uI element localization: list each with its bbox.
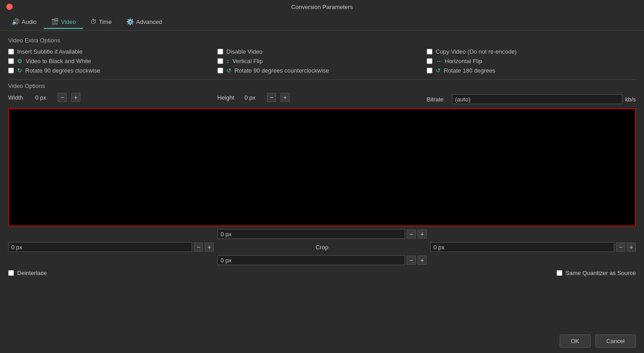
horizontal-flip-icon: ↔ — [436, 58, 442, 64]
crop-right-increase[interactable]: + — [627, 243, 636, 252]
time-icon: ⏱ — [90, 18, 97, 25]
crop-center-col: − + Crop − + — [217, 229, 427, 265]
wh-bitrate-row: Width 0 px − + Height 0 px − + Bitrate k… — [8, 93, 636, 105]
crop-right-decrease[interactable]: − — [616, 243, 625, 252]
ok-button[interactable]: OK — [560, 335, 591, 348]
option-copy-video: Copy Video (Do not re-encode) — [427, 48, 636, 55]
bw-video-label: Video to Black and White — [26, 58, 91, 64]
video-extra-options-label: Video Extra Options — [8, 37, 636, 44]
rotate-cw-checkbox[interactable] — [8, 68, 14, 73]
rotate-180-checkbox[interactable] — [427, 68, 432, 73]
crop-bottom-control: − + — [217, 255, 427, 265]
rotate-180-icon: ↺ — [436, 67, 441, 74]
crop-left-increase[interactable]: + — [205, 243, 214, 252]
crop-top-increase[interactable]: + — [418, 229, 427, 238]
advanced-icon: ⚙️ — [126, 18, 134, 25]
crop-label: Crop — [316, 244, 328, 251]
preview-area — [8, 108, 636, 226]
crop-bottom-decrease[interactable]: − — [407, 256, 416, 265]
width-value: 0 px — [35, 94, 53, 101]
tab-audio-label: Audio — [22, 18, 37, 25]
height-decrease-button[interactable]: − — [267, 93, 276, 102]
tab-bar: 🔊 Audio 🎬 Video ⏱ Time ⚙️ Advanced — [0, 14, 644, 31]
crop-bottom-increase[interactable]: + — [418, 256, 427, 265]
option-rotate-180: ↺ Rotate 180 degrees — [427, 67, 636, 74]
crop-left-control: − + — [8, 229, 217, 265]
bitrate-control: Bitrate kb/s — [427, 94, 636, 104]
footer: OK Cancel — [552, 329, 644, 353]
crop-top-decrease[interactable]: − — [407, 229, 416, 238]
height-label: Height — [217, 94, 240, 101]
vertical-flip-label: Vertical Flip — [233, 58, 263, 64]
option-rotate-cw: ↻ Rotate 90 degrees clockwise — [8, 67, 217, 74]
tab-video[interactable]: 🎬 Video — [44, 15, 83, 29]
crop-label-wrap: Crop — [316, 241, 328, 253]
tab-video-label: Video — [61, 18, 76, 25]
bw-icon: ⚙ — [17, 58, 23, 64]
title-bar: Conversion Parameters — [0, 0, 644, 14]
tab-time-label: Time — [99, 18, 111, 25]
window-title: Conversion Parameters — [291, 4, 353, 10]
width-increase-button[interactable]: + — [71, 93, 80, 102]
crop-right-control: − + — [427, 229, 636, 265]
bw-video-checkbox[interactable] — [8, 58, 14, 64]
option-bw-video: ⚙ Video to Black and White — [8, 58, 217, 64]
video-options-label: Video Options — [8, 83, 636, 89]
height-increase-button[interactable]: + — [281, 93, 290, 102]
disable-video-checkbox[interactable] — [217, 49, 223, 55]
rotate-ccw-checkbox[interactable] — [217, 68, 223, 73]
tab-time[interactable]: ⏱ Time — [83, 15, 119, 29]
same-quantizer-checkbox[interactable] — [557, 270, 562, 276]
option-rotate-ccw: ↺ Rotate 90 degrees counterclockwise — [217, 67, 427, 74]
width-decrease-button[interactable]: − — [58, 93, 67, 102]
bitrate-label: Bitrate — [427, 96, 449, 103]
bottom-options: Deinterlace Same Quantizer as Source — [8, 270, 636, 276]
crop-left-input[interactable] — [8, 242, 192, 252]
same-quantizer-label: Same Quantizer as Source — [566, 270, 636, 276]
close-button[interactable] — [6, 4, 13, 10]
horizontal-flip-checkbox[interactable] — [427, 58, 432, 64]
crop-left-decrease[interactable]: − — [194, 243, 203, 252]
height-value: 0 px — [244, 94, 262, 101]
width-label: Width — [8, 94, 31, 101]
width-control: Width 0 px − + — [8, 93, 217, 102]
options-grid: Insert Subtitle if Available ⚙ Video to … — [8, 48, 636, 74]
options-col-1: Insert Subtitle if Available ⚙ Video to … — [8, 48, 217, 74]
crop-top-input[interactable] — [217, 229, 405, 239]
disable-video-label: Disable Video — [226, 48, 262, 55]
rotate-cw-label: Rotate 90 degrees clockwise — [25, 67, 100, 74]
tab-audio[interactable]: 🔊 Audio — [5, 15, 44, 29]
bitrate-unit: kb/s — [625, 96, 636, 103]
crop-section: − + − + Crop − + − + — [8, 229, 636, 265]
vertical-flip-checkbox[interactable] — [217, 58, 223, 64]
copy-video-checkbox[interactable] — [427, 49, 432, 55]
rotate-ccw-icon: ↺ — [226, 67, 231, 74]
options-col-3: Copy Video (Do not re-encode) ↔ Horizont… — [427, 48, 636, 74]
deinterlace-option: Deinterlace — [8, 270, 47, 276]
deinterlace-label: Deinterlace — [17, 270, 47, 276]
option-vertical-flip: ↕ Vertical Flip — [217, 58, 427, 64]
video-icon: 🎬 — [51, 18, 59, 25]
tab-advanced-label: Advanced — [136, 18, 162, 25]
crop-right-input[interactable] — [430, 242, 614, 252]
divider — [8, 79, 636, 80]
rotate-cw-icon: ↻ — [17, 67, 22, 74]
crop-bottom-input[interactable] — [217, 255, 405, 265]
option-insert-subtitle: Insert Subtitle if Available — [8, 48, 217, 55]
main-content: Video Extra Options Insert Subtitle if A… — [0, 31, 644, 283]
cancel-button[interactable]: Cancel — [595, 335, 636, 348]
bitrate-input[interactable] — [452, 94, 622, 104]
tab-advanced[interactable]: ⚙️ Advanced — [119, 15, 170, 29]
horizontal-flip-label: Horizontal Flip — [445, 58, 482, 64]
insert-subtitle-checkbox[interactable] — [8, 49, 14, 55]
vertical-flip-icon: ↕ — [226, 58, 230, 64]
deinterlace-checkbox[interactable] — [8, 270, 14, 276]
audio-icon: 🔊 — [12, 18, 19, 25]
crop-top-control: − + — [217, 229, 427, 239]
height-control: Height 0 px − + — [217, 93, 427, 102]
copy-video-label: Copy Video (Do not re-encode) — [436, 48, 517, 55]
insert-subtitle-label: Insert Subtitle if Available — [17, 48, 83, 55]
rotate-180-label: Rotate 180 degrees — [444, 67, 495, 74]
option-disable-video: Disable Video — [217, 48, 427, 55]
options-col-2: Disable Video ↕ Vertical Flip ↺ Rotate 9… — [217, 48, 427, 74]
